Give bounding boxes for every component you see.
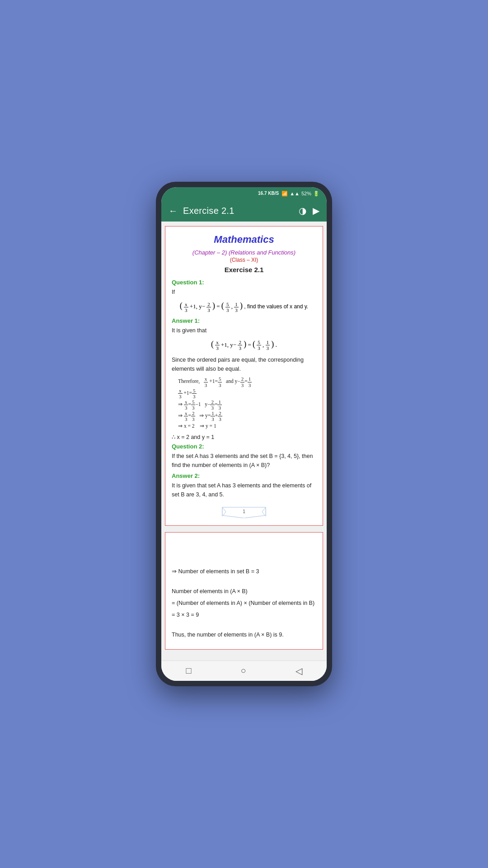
- ribbon-svg: 1: [221, 505, 267, 518]
- question-2-label: Question 2:: [172, 443, 316, 450]
- page2-line5: Thus, the number of elements in (A × B) …: [172, 630, 316, 639]
- toolbar-action-icons: ◑ ▶: [299, 205, 319, 216]
- page-ribbon: 1: [172, 505, 316, 518]
- page2-line2: Number of elements in (A × B): [172, 587, 316, 596]
- svg-text:1: 1: [243, 509, 245, 514]
- page2-line3: = (Number of elements in A) × (Number of…: [172, 599, 316, 608]
- bottom-nav: □ ○ ◁: [161, 660, 327, 681]
- answer-1-steps: Therefore, x3 +1=53 and y−23=13 x3 +1=53…: [178, 376, 316, 430]
- class-subtitle: (Class – XI): [172, 257, 316, 263]
- page-2-content: ⇒ Number of elements in set B = 3 Number…: [172, 540, 316, 639]
- question-1-find: , find the values of x and y.: [244, 303, 308, 310]
- back-nav-button[interactable]: ◁: [296, 665, 302, 676]
- content-area[interactable]: 1 Mathematics (Chapter – 2) (Relations a…: [161, 222, 327, 660]
- signal-icon: ▲▲: [290, 191, 300, 196]
- speed-indicator: 16.7 KB/S: [258, 191, 279, 196]
- contrast-button[interactable]: ◑: [299, 205, 306, 216]
- page-card-2: ⇒ Number of elements in set B = 3 Number…: [165, 532, 323, 650]
- step-4: ⇒ x = 2 ⇒ y = 1: [178, 422, 316, 431]
- answer-2-label: Answer 2:: [172, 472, 316, 479]
- question-1-formula: ( x3 +1, y− 23 ) = ( 53 , 13 ) , find th…: [172, 301, 316, 313]
- math-title: Mathematics: [172, 234, 316, 245]
- answer-1-equal-text: Since the ordered pairs are equal, the c…: [172, 355, 316, 373]
- play-button[interactable]: ▶: [313, 205, 319, 216]
- page2-line4: = 3 × 3 = 9: [172, 610, 316, 619]
- phone-screen: 16.7 KB/S 📶 ▲▲ 52% 🔋 ← Exercise 2.1 ◑ ▶ …: [161, 187, 327, 681]
- page2-line1: ⇒ Number of elements in set B = 3: [172, 567, 316, 576]
- battery-icon: 🔋: [313, 191, 319, 197]
- toolbar-title: Exercise 2.1: [183, 206, 293, 216]
- question-1-intro: If: [172, 288, 316, 297]
- status-bar: 16.7 KB/S 📶 ▲▲ 52% 🔋: [161, 187, 327, 200]
- page-card-1: Mathematics (Chapter – 2) (Relations and…: [165, 226, 323, 526]
- answer-1-conclusion: ∴ x = 2 and y = 1: [172, 434, 316, 440]
- home-button[interactable]: ○: [241, 665, 246, 676]
- question-1-label: Question 1:: [172, 279, 316, 286]
- toolbar: ← Exercise 2.1 ◑ ▶: [161, 200, 327, 222]
- battery-text: 52%: [301, 191, 311, 196]
- status-icons: 📶 ▲▲ 52% 🔋: [282, 191, 319, 197]
- step-therefore: Therefore, x3 +1=53 and y−23=13: [178, 376, 316, 387]
- step-2: ⇒ x3=53−1 y−23=13: [178, 399, 316, 410]
- answer-1-intro: It is given that: [172, 326, 316, 335]
- answer-1-label: Answer 1:: [172, 317, 316, 324]
- question-2-text: If the set A has 3 elements and the set …: [172, 452, 316, 470]
- phone-frame: 16.7 KB/S 📶 ▲▲ 52% 🔋 ← Exercise 2.1 ◑ ▶ …: [156, 182, 332, 686]
- wifi-icon: 📶: [282, 191, 288, 197]
- answer-2-text: It is given that set A has 3 elements an…: [172, 481, 316, 499]
- answer-1-formula: ( x3 +1, y− 23 ) = ( 53 , 13 ) .: [172, 340, 316, 351]
- step-1: x3 +1=53: [178, 388, 316, 399]
- exercise-heading: Exercise 2.1: [172, 266, 316, 274]
- step-3: ⇒ x3=23 ⇒ y=13+23: [178, 410, 316, 422]
- chapter-subtitle: (Chapter – 2) (Relations and Functions): [172, 249, 316, 256]
- back-button[interactable]: ←: [169, 206, 178, 216]
- recent-apps-button[interactable]: □: [186, 665, 191, 676]
